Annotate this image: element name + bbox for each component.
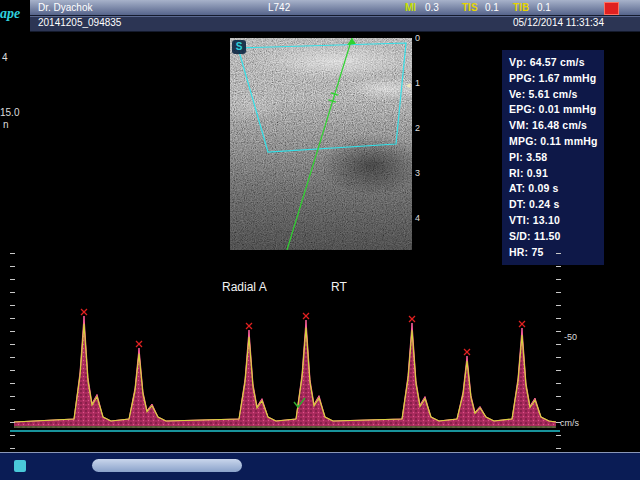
doppler-cursor-arrow xyxy=(347,38,356,45)
measurement-panel: Vp: 64.57 cm/s PPG: 1.67 mmHg Ve: 5.61 c… xyxy=(502,50,604,265)
depth-tick-4: 4 xyxy=(415,213,420,223)
measurement-row: AT: 0.09 s xyxy=(509,181,604,197)
bottom-softkey-bar xyxy=(0,452,640,480)
left-scale-ticks xyxy=(10,253,15,453)
mi-value: 0.3 xyxy=(425,0,439,15)
peak-caliper-markers xyxy=(81,309,525,355)
exam-info-bar: 20141205_094835 05/12/2014 11:31:34 xyxy=(30,15,640,32)
focus-marker-icon[interactable]: ◄ xyxy=(404,81,412,90)
measurement-row: VTI: 13.10 xyxy=(509,213,604,229)
velocity-scale-label: -50 xyxy=(564,332,577,342)
measurement-row: Vp: 64.57 cm/s xyxy=(509,55,604,71)
tib-label: TIB xyxy=(513,0,529,15)
left-param-freq: 15.0 xyxy=(0,107,19,118)
measurement-row: Ve: 5.61 cm/s xyxy=(509,87,604,103)
measurement-row: S/D: 11.50 xyxy=(509,229,604,245)
left-param-unit: n xyxy=(3,119,9,130)
bmode-image[interactable]: S xyxy=(230,38,412,250)
tis-label: TIS xyxy=(462,0,478,15)
depth-tick-2: 2 xyxy=(415,123,420,133)
vessel-label: Radial A xyxy=(222,280,267,294)
measurement-row: DT: 0.24 s xyxy=(509,197,604,213)
measurement-row: RI: 0.91 xyxy=(509,166,604,182)
doppler-cursor-line[interactable] xyxy=(287,38,352,250)
probe-name: L742 xyxy=(268,0,290,15)
exam-id: 20141205_094835 xyxy=(38,16,121,30)
side-label: RT xyxy=(331,280,347,294)
bmode-graphics xyxy=(230,38,412,250)
trackball-hint-button[interactable] xyxy=(92,459,242,472)
depth-tick-1: 1 xyxy=(415,78,420,88)
mi-label: MI xyxy=(405,0,416,15)
velocity-unit-label: cm/s xyxy=(560,418,579,428)
depth-tick-3: 3 xyxy=(415,168,420,178)
measurement-row: VM: 16.48 cm/s xyxy=(509,118,604,134)
measurement-row: PI: 3.58 xyxy=(509,150,604,166)
measurement-row: PPG: 1.67 mmHg xyxy=(509,71,604,87)
depth-tick-0: 0 xyxy=(415,33,420,43)
tib-value: 0.1 xyxy=(537,0,551,15)
tis-value: 0.1 xyxy=(485,0,499,15)
vendor-logo: ape xyxy=(0,6,30,30)
left-param-gain: 4 xyxy=(2,52,8,63)
spectral-doppler-waveform xyxy=(10,298,560,436)
status-indicator-button[interactable] xyxy=(14,460,26,472)
physician-name: Dr. Dyachok xyxy=(38,0,92,15)
exam-datetime: 05/12/2014 11:31:34 xyxy=(513,16,604,30)
measurement-row: EPG: 0.01 mmHg xyxy=(509,102,604,118)
measurement-row: MPG: 0.11 mmHg xyxy=(509,134,604,150)
record-indicator-button[interactable] xyxy=(604,2,619,15)
orientation-marker: S xyxy=(232,40,246,54)
top-status-bar: Dr. Dyachok L742 MI 0.3 TIS 0.1 TIB 0.1 xyxy=(30,0,640,15)
ultrasound-screen: ape Dr. Dyachok L742 MI 0.3 TIS 0.1 TIB … xyxy=(0,0,640,480)
